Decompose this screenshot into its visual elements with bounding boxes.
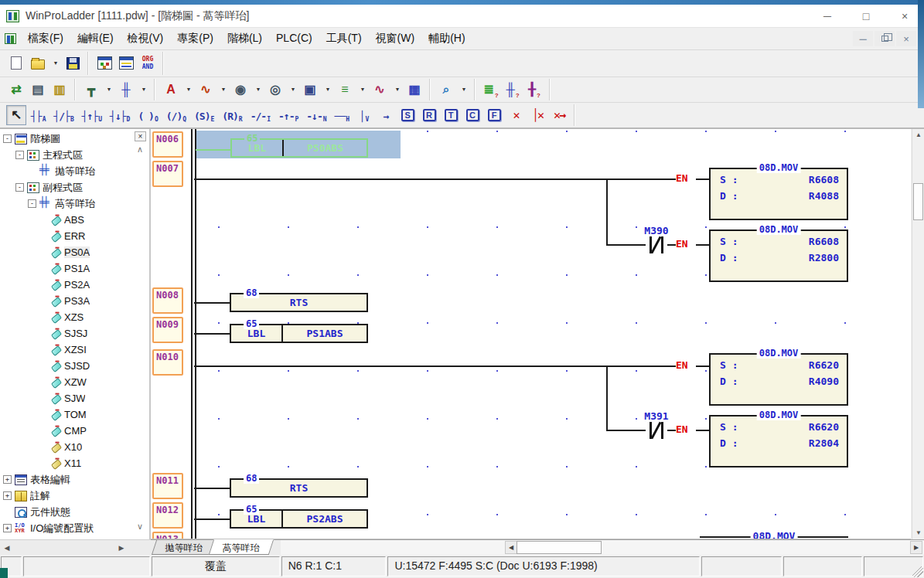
tree-item[interactable]: -副程式區 <box>0 179 136 196</box>
menu-item-plcc[interactable]: PLC(C) <box>269 29 319 49</box>
org-and-button[interactable]: ORGAND <box>138 53 158 73</box>
tree-item[interactable]: X10 <box>0 439 136 455</box>
run-monitor-button[interactable]: ◉ <box>230 80 251 100</box>
online-monitor-button-dropdown[interactable]: ▼ <box>323 80 332 100</box>
contact-up-tool[interactable]: ┤↑├U <box>79 105 105 125</box>
ladder-grid-button-dropdown[interactable]: ▼ <box>139 80 148 100</box>
collapse-icon[interactable]: - <box>15 183 24 192</box>
tree-item[interactable]: 元件狀態 <box>0 504 136 520</box>
horizontal-scroll-thumb[interactable] <box>517 541 602 554</box>
network-label[interactable]: N008 <box>152 287 183 314</box>
ladder-window-button[interactable] <box>116 53 136 73</box>
coil-not-tool[interactable]: (/)Q <box>163 105 189 125</box>
nc-contact[interactable] <box>646 422 667 439</box>
tab-active-document[interactable]: 萵等咩珆 <box>209 539 274 555</box>
zoom-button[interactable]: ⌕ <box>436 80 456 100</box>
io-transfer-button[interactable]: ⇄ <box>6 80 26 100</box>
ladder-query-button[interactable]: ╫? <box>503 80 523 100</box>
scroll-up-button[interactable]: ▲ <box>912 129 924 141</box>
mdi-minimize-button[interactable]: ─ <box>853 31 873 46</box>
delete-row-button[interactable]: ✕→ <box>549 105 569 125</box>
ladder-canvas[interactable]: N006N007N008N009N010N011N012N01365LBLPS0… <box>151 129 911 539</box>
hline-tool[interactable]: ──H <box>332 105 353 125</box>
mov-function-block[interactable]: 08D.MOVS :R6608D :R2800 <box>709 230 848 282</box>
contact-down-tool[interactable]: ┤↓├D <box>107 105 133 125</box>
rising-edge-tool[interactable]: -↑-P <box>275 105 302 125</box>
network-label[interactable]: N013 <box>152 532 183 539</box>
menu-item-p[interactable]: 專案(P) <box>170 29 220 49</box>
tree-item[interactable]: ERR <box>0 228 136 244</box>
contact-b-tool[interactable]: ┤/├B <box>50 105 77 125</box>
tree-item[interactable]: PS1A <box>0 260 136 277</box>
resize-grip-icon[interactable] <box>912 566 923 577</box>
lbl-function-block[interactable]: 65LBLPS0ABS <box>230 138 368 158</box>
network-label[interactable]: N006 <box>152 131 183 158</box>
coil-out-tool[interactable]: ( )O <box>135 105 161 125</box>
menu-item-h[interactable]: 輔助(H) <box>421 29 472 49</box>
network-label[interactable]: N007 <box>152 161 183 187</box>
menu-item-e[interactable]: 編輯(E) <box>70 29 121 49</box>
tree-item[interactable]: +註解 <box>0 488 136 504</box>
project-tree-button[interactable]: ┳ <box>81 80 101 100</box>
tree-item[interactable]: +I/OXYRI/O編號配置狀 <box>0 520 136 536</box>
ladder-vertical-scrollbar[interactable]: ▲ ▼ <box>912 129 924 539</box>
invert-tool[interactable]: -/-I <box>247 105 274 125</box>
network-label[interactable]: N012 <box>152 502 183 529</box>
probe-pulse-button[interactable]: ∿ <box>196 80 216 100</box>
maximize-button[interactable]: □ <box>847 5 885 27</box>
counter-instr-button[interactable]: C <box>462 105 482 125</box>
scroll-left-button[interactable]: ◀ <box>505 541 517 554</box>
scroll-right-button[interactable]: ▶ <box>910 541 922 554</box>
tree-scroll-left-button[interactable]: ◀ <box>1 542 13 554</box>
reset-instr-button[interactable]: R <box>419 105 439 125</box>
mdi-close-button[interactable]: × <box>896 31 916 46</box>
run-plc-button[interactable]: ◎ <box>265 80 285 100</box>
status-list-button-dropdown[interactable]: ▼ <box>358 80 367 100</box>
tree-item[interactable]: CMP <box>0 423 136 439</box>
tree-item[interactable]: PS3A <box>0 293 136 309</box>
new-file-button[interactable] <box>6 53 26 73</box>
tree-scroll-up-icon[interactable]: ∧ <box>135 144 145 155</box>
tree-item[interactable]: X11 <box>0 455 136 471</box>
tree-close-button[interactable]: × <box>135 131 146 141</box>
coil-set-tool[interactable]: (S)E <box>191 105 217 125</box>
collapse-icon[interactable]: - <box>15 151 24 159</box>
waveform-button[interactable]: ∿ <box>370 80 390 100</box>
contact-a-tool[interactable]: ┤├A <box>28 105 49 125</box>
tree-scroll-down-icon[interactable]: ∨ <box>135 522 145 532</box>
probe-pulse-button-dropdown[interactable]: ▼ <box>219 80 228 100</box>
network-label[interactable]: N011 <box>152 473 183 499</box>
rts-function-block[interactable]: 68RTS <box>230 478 368 498</box>
minimize-button[interactable]: ─ <box>808 5 847 27</box>
open-file-button-dropdown[interactable]: ▼ <box>51 53 60 73</box>
collapse-icon[interactable]: - <box>28 199 36 208</box>
expand-icon[interactable]: + <box>3 491 12 500</box>
ladder-grid-button[interactable]: ╫ <box>116 80 136 100</box>
mov-function-block[interactable]: 08D.MOVS :R6620D :R2804 <box>709 415 848 468</box>
tree-item[interactable]: -主程式區 <box>0 147 136 163</box>
menu-item-w[interactable]: 視窗(W) <box>369 29 422 49</box>
delete-element-button[interactable]: ✕ <box>506 105 526 125</box>
table-window-button[interactable]: ▦ <box>404 80 424 100</box>
select-tool[interactable]: ↖ <box>6 105 26 125</box>
tree-item[interactable]: SJSJ <box>0 325 136 342</box>
lbl-function-block[interactable]: 65LBLPS2ABS <box>230 509 368 529</box>
collapse-icon[interactable]: - <box>3 134 12 143</box>
edit-mode-button-dropdown[interactable]: ▼ <box>184 80 193 100</box>
tree-item[interactable]: XZSI <box>0 342 136 358</box>
tree-item[interactable]: TOM <box>0 406 136 423</box>
menu-item-l[interactable]: 階梯(L) <box>220 29 269 49</box>
network-label[interactable]: N010 <box>152 349 183 376</box>
zoom-button-dropdown[interactable]: ▼ <box>459 80 469 100</box>
vline-tool[interactable]: │V <box>354 105 374 125</box>
project-tree-button-dropdown[interactable]: ▼ <box>104 80 114 100</box>
lbl-function-block[interactable]: 65LBLPS1ABS <box>230 324 368 343</box>
mov-function-block[interactable]: 08D.MOVS :R6608D :R4088 <box>709 168 848 220</box>
delete-vline-button[interactable]: │✕ <box>527 105 547 125</box>
tree-item[interactable]: ABS <box>0 212 136 228</box>
coil-reset-tool[interactable]: (R)R <box>219 105 245 125</box>
save-button[interactable] <box>63 53 83 73</box>
menu-item-v[interactable]: 檢視(V) <box>121 29 171 49</box>
mdi-restore-button[interactable] <box>875 31 895 46</box>
menu-item-t[interactable]: 工具(T) <box>319 29 369 49</box>
